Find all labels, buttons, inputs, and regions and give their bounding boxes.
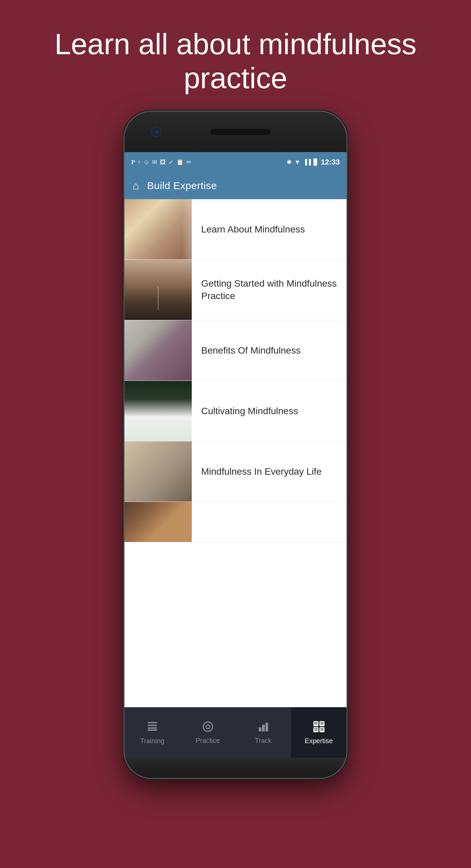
nav-label-practice: Practice bbox=[195, 737, 220, 745]
expertise-icon bbox=[313, 720, 325, 735]
thumbnail-lotus bbox=[124, 381, 192, 441]
list-item[interactable]: Benefits Of Mindfulness bbox=[124, 320, 347, 381]
svg-point-4 bbox=[203, 722, 213, 732]
list-item[interactable]: Cultivating Mindfulness bbox=[124, 381, 347, 441]
phone-bottom-bezel bbox=[124, 758, 347, 778]
track-icon bbox=[257, 721, 270, 734]
phone-top-bezel bbox=[124, 112, 347, 152]
phone-wrapper: 𝐏 ↑ ☺ ✉ 🖼 ✓ 📋 ✏ ✱ ▼ ▐▐ ▊ 12:33 bbox=[121, 112, 350, 868]
item-label: Learn About Mindfulness bbox=[192, 199, 347, 259]
practice-icon bbox=[202, 721, 214, 734]
item-label: Getting Started with Mindfulness Practic… bbox=[192, 260, 347, 320]
list-item[interactable]: Mindfulness In Everyday Life bbox=[124, 441, 347, 502]
list-item[interactable]: Getting Started with Mindfulness Practic… bbox=[124, 260, 347, 320]
parking-icon: 𝐏 bbox=[131, 159, 135, 166]
image-icon: 🖼 bbox=[160, 159, 166, 166]
svg-rect-0 bbox=[148, 722, 157, 723]
nav-item-track[interactable]: Track bbox=[236, 707, 291, 758]
list-item[interactable] bbox=[124, 502, 347, 542]
status-bar: 𝐏 ↑ ☺ ✉ 🖼 ✓ 📋 ✏ ✱ ▼ ▐▐ ▊ 12:33 bbox=[124, 152, 347, 172]
phone-speaker bbox=[210, 129, 271, 135]
nav-item-practice[interactable]: Practice bbox=[180, 707, 236, 758]
item-label: Mindfulness In Everyday Life bbox=[192, 441, 347, 502]
mail-icon: ✉ bbox=[152, 158, 157, 166]
home-icon[interactable]: ⌂ bbox=[132, 180, 139, 192]
app-bar: ⌂ Build Expertise bbox=[124, 172, 347, 199]
status-right-area: ✱ ▼ ▐▐ ▊ 12:33 bbox=[287, 158, 340, 166]
nav-item-training[interactable]: Training bbox=[124, 707, 180, 758]
hero-title: Learn all about mindfulness practice bbox=[27, 27, 444, 95]
upload-icon: ↑ bbox=[137, 159, 140, 166]
bottom-navigation: Training Practice bbox=[124, 707, 347, 758]
svg-rect-6 bbox=[259, 727, 261, 732]
thumbnail-bottom bbox=[124, 502, 192, 542]
item-label: Cultivating Mindfulness bbox=[192, 381, 347, 441]
content-list: Learn About Mindfulness Getting Started … bbox=[124, 199, 347, 707]
check-icon: ✓ bbox=[168, 158, 174, 166]
clipboard-icon: 📋 bbox=[176, 158, 184, 166]
training-icon bbox=[146, 720, 158, 735]
svg-point-5 bbox=[206, 725, 210, 729]
svg-rect-2 bbox=[148, 727, 157, 729]
wifi-icon: ▼ bbox=[294, 159, 301, 166]
app-bar-title: Build Expertise bbox=[147, 180, 217, 191]
nav-label-track: Track bbox=[255, 737, 272, 745]
thumbnail-yoga bbox=[124, 260, 192, 320]
battery-icon: ▊ bbox=[314, 158, 318, 166]
svg-rect-7 bbox=[262, 725, 265, 732]
svg-rect-3 bbox=[148, 730, 157, 731]
phone-device: 𝐏 ↑ ☺ ✉ 🖼 ✓ 📋 ✏ ✱ ▼ ▐▐ ▊ 12:33 bbox=[124, 112, 347, 778]
status-icons-left: 𝐏 ↑ ☺ ✉ 🖼 ✓ 📋 ✏ bbox=[131, 158, 191, 166]
thumbnail-hands bbox=[124, 441, 192, 502]
hero-section: Learn all about mindfulness practice bbox=[0, 0, 471, 112]
list-item[interactable]: Learn About Mindfulness bbox=[124, 199, 347, 260]
phone-screen: 𝐏 ↑ ☺ ✉ 🖼 ✓ 📋 ✏ ✱ ▼ ▐▐ ▊ 12:33 bbox=[124, 152, 347, 758]
phone-camera bbox=[151, 127, 161, 137]
signal-icon: ▐▐ bbox=[303, 159, 311, 165]
svg-rect-8 bbox=[265, 723, 268, 732]
item-label: Benefits Of Mindfulness bbox=[192, 320, 347, 380]
svg-rect-1 bbox=[148, 725, 157, 726]
bluetooth-icon: ✱ bbox=[287, 158, 292, 166]
item-label bbox=[192, 502, 347, 542]
thumbnail-book bbox=[124, 199, 192, 259]
nav-label-training: Training bbox=[140, 737, 164, 745]
edit-icon: ✏ bbox=[186, 158, 191, 166]
nav-label-expertise: Expertise bbox=[305, 737, 333, 745]
clock: 12:33 bbox=[321, 158, 340, 166]
smiley-icon: ☺ bbox=[143, 159, 149, 166]
thumbnail-flowers bbox=[124, 320, 192, 380]
nav-item-expertise[interactable]: Expertise bbox=[291, 707, 347, 758]
